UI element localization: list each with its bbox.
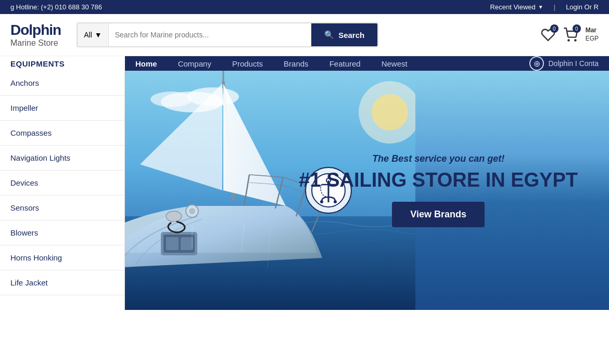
sidebar-item-life-jacket[interactable]: Life Jacket <box>0 270 124 295</box>
nav-links: Home Company Products Brands Featured Ne… <box>125 56 519 71</box>
banner-text: The Best service you can get! #1 SAILING… <box>299 153 578 227</box>
sidebar-item-sensors[interactable]: Sensors <box>0 196 124 220</box>
search-button[interactable]: 🔍 Search <box>311 23 377 46</box>
banner: The Best service you can get! #1 SAILING… <box>125 71 609 310</box>
header: Dolphin Marine Store All ▼ 🔍 Search 0 0 <box>0 14 609 56</box>
svg-rect-11 <box>166 237 179 250</box>
sidebar-item-devices[interactable]: Devices <box>0 171 124 196</box>
sidebar-item-compasses[interactable]: Compasses <box>0 121 124 146</box>
banner-subtitle: The Best service you can get! <box>299 153 578 164</box>
sidebar-item-anchors[interactable]: Anchors <box>0 71 124 96</box>
wishlist-badge: 0 <box>550 24 559 33</box>
nav-home[interactable]: Home <box>125 56 168 71</box>
banner-title: #1 SAILING STORE IN EGYPT <box>299 170 578 191</box>
search-button-label: Search <box>338 31 364 40</box>
recent-viewed-button[interactable]: Recent Viewed ▼ <box>490 3 543 11</box>
search-category-label: All <box>84 31 92 39</box>
nav-equipments-label: EQUIPMENTS <box>0 56 125 71</box>
navbar: EQUIPMENTS Home Company Products Brands … <box>0 56 609 71</box>
svg-point-21 <box>166 211 182 222</box>
sidebar-item-horns-honking[interactable]: Horns Honking <box>0 245 124 270</box>
svg-point-7 <box>150 92 192 107</box>
nav-contact[interactable]: ⊕ Dolphin I Conta <box>519 56 609 71</box>
svg-point-4 <box>372 94 408 131</box>
top-bar-right: Recent Viewed ▼ | Login Or R <box>490 3 599 11</box>
logo-subtitle: Marine Store <box>10 38 61 48</box>
sidebar: Anchors Impeller Compasses Navigation Li… <box>0 71 125 310</box>
main-content: Anchors Impeller Compasses Navigation Li… <box>0 71 609 310</box>
nav-contact-label: Dolphin I Conta <box>548 59 599 68</box>
search-input[interactable] <box>109 23 312 46</box>
svg-point-0 <box>568 40 569 41</box>
sidebar-item-blowers[interactable]: Blowers <box>0 220 124 245</box>
nav-products[interactable]: Products <box>222 56 273 71</box>
svg-point-20 <box>189 208 195 214</box>
top-bar: g Hotline: (+2) 010 688 30 786 Recent Vi… <box>0 0 609 14</box>
hotline: g Hotline: (+2) 010 688 30 786 <box>10 3 102 11</box>
logo[interactable]: Dolphin Marine Store <box>10 22 61 48</box>
cart-button[interactable]: 0 <box>563 28 578 42</box>
chevron-down-icon: ▼ <box>95 31 102 39</box>
recent-viewed-label: Recent Viewed <box>490 3 536 11</box>
sidebar-item-navigation-lights[interactable]: Navigation Lights <box>0 146 124 171</box>
nav-newest[interactable]: Newest <box>371 56 418 71</box>
cart-badge: 0 <box>573 24 581 33</box>
nav-brands[interactable]: Brands <box>273 56 319 71</box>
search-category-dropdown[interactable]: All ▼ <box>78 23 108 46</box>
compass-icon: ⊕ <box>529 56 544 71</box>
divider: | <box>554 3 555 11</box>
header-icons: 0 0 Mar EGP <box>541 27 599 43</box>
login-button[interactable]: Login Or R <box>566 3 599 11</box>
currency-info: Mar EGP <box>586 27 599 43</box>
logo-brand: Dolphin <box>10 22 61 38</box>
sidebar-item-impeller[interactable]: Impeller <box>0 96 124 121</box>
chevron-down-icon: ▼ <box>538 4 543 10</box>
search-icon: 🔍 <box>324 30 334 40</box>
nav-company[interactable]: Company <box>168 56 222 71</box>
nav-featured[interactable]: Featured <box>319 56 371 71</box>
currency-name: Mar <box>586 27 599 35</box>
currency-code: EGP <box>586 35 599 43</box>
view-brands-button[interactable]: View Brands <box>392 202 485 227</box>
search-bar: All ▼ 🔍 Search <box>77 22 378 47</box>
wishlist-button[interactable]: 0 <box>541 28 555 42</box>
svg-rect-12 <box>181 237 193 250</box>
svg-point-1 <box>575 40 576 41</box>
